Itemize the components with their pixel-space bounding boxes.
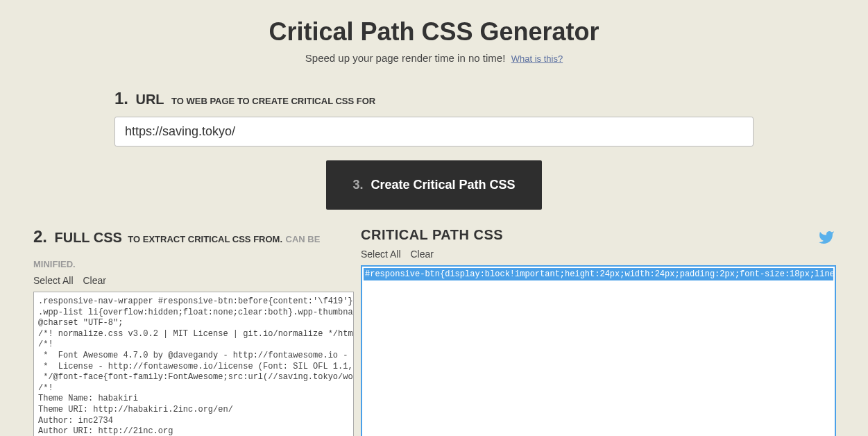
critical-css-line: #responsive-btn{display:block!important;…	[364, 268, 833, 280]
subtitle-text: Speed up your page render time in no tim…	[305, 52, 506, 64]
critical-css-output[interactable]: #responsive-btn{display:block!important;…	[361, 265, 836, 436]
right-select-all-link[interactable]: Select All	[361, 249, 401, 260]
what-is-this-link[interactable]: What is this?	[511, 53, 563, 64]
step-1-title: URL	[135, 92, 164, 107]
page-title: Critical Path CSS Generator	[0, 17, 868, 47]
critical-css-title: CRITICAL PATH CSS	[361, 227, 836, 243]
step-2-desc: TO EXTRACT CRITICAL CSS FROM.	[128, 234, 282, 244]
step-1-number: 1.	[114, 89, 128, 108]
step-2-note: CAN BE	[286, 234, 321, 244]
left-panel: 2. FULL CSS TO EXTRACT CRITICAL CSS FROM…	[33, 227, 354, 436]
create-button[interactable]: 3. Create Critical Path CSS	[326, 160, 541, 210]
left-clear-link[interactable]: Clear	[83, 275, 105, 286]
step-2-title: FULL CSS	[54, 230, 121, 245]
right-clear-link[interactable]: Clear	[410, 249, 433, 260]
step-2-note2: MINIFIED.	[33, 259, 354, 269]
full-css-textarea[interactable]	[33, 292, 354, 436]
right-panel: CRITICAL PATH CSS Select All Clear #resp…	[361, 227, 836, 436]
step-1-desc: TO WEB PAGE TO CREATE CRITICAL CSS FOR	[171, 96, 375, 106]
url-input[interactable]	[114, 117, 754, 146]
twitter-icon[interactable]	[818, 229, 835, 249]
create-button-label: Create Critical Path CSS	[371, 178, 515, 192]
left-select-all-link[interactable]: Select All	[33, 275, 74, 286]
step-3-number: 3.	[352, 178, 363, 192]
step-2-number: 2.	[33, 227, 47, 246]
step-1-row: 1. URL TO WEB PAGE TO CREATE CRITICAL CS…	[0, 89, 868, 146]
subtitle-row: Speed up your page render time in no tim…	[0, 52, 868, 65]
